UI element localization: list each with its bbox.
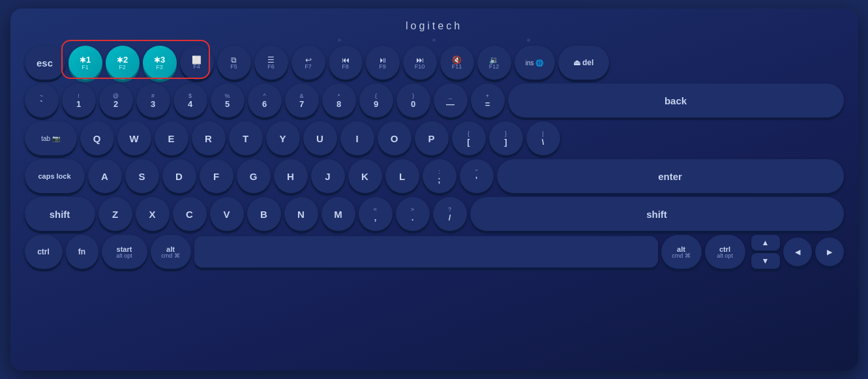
key-v[interactable]: V [210,197,244,231]
key-i[interactable]: I [340,121,374,155]
key-esc[interactable]: esc [25,46,65,80]
key-rbracket[interactable]: } ] [489,121,523,155]
ins-label: ins 🌐 [526,59,544,67]
bt2-fn-label: F2 [119,65,126,70]
key-shift-left[interactable]: shift [25,197,95,231]
key-alt-left[interactable]: alt cmd ⌘ [151,235,191,269]
key-c[interactable]: C [173,197,207,231]
key-quote[interactable]: " ' [460,159,494,193]
key-o[interactable]: O [378,121,412,155]
key-a[interactable]: A [88,159,122,193]
key-start[interactable]: start alt opt [102,235,147,269]
key-tilde[interactable]: ~ ` [25,83,59,117]
key6-top: ^ [263,93,265,99]
p-label: P [428,134,434,144]
key-semicolon[interactable]: : ; [423,159,456,193]
key-g[interactable]: G [237,159,271,193]
key-f5[interactable]: ⧉ F5 [217,46,251,80]
key-s[interactable]: S [125,159,159,193]
key-9[interactable]: ( 9 [359,83,393,117]
key-b[interactable]: B [247,197,281,231]
s-label: S [138,172,145,181]
key8-top: * [338,93,340,99]
key-ins[interactable]: ins 🌐 [515,46,555,80]
key-bt2-f2[interactable]: ✱2 F2 [106,46,140,80]
key-arrow-down[interactable]: ▼ [751,253,780,269]
key-u[interactable]: U [303,121,337,155]
key-lbracket[interactable]: { [ [452,121,486,155]
key-d[interactable]: D [162,159,196,193]
l-label: L [399,172,405,181]
key-y[interactable]: Y [266,121,300,155]
key-z[interactable]: Z [98,197,132,231]
key-f12[interactable]: 🔉 F12 [477,46,511,80]
key-arrow-right[interactable]: ▶ [815,237,844,266]
key-e[interactable]: E [155,121,188,155]
key-ctrl-left[interactable]: ctrl [25,235,63,269]
key-p[interactable]: P [415,121,449,155]
key-bt1-f1[interactable]: ✱1 F1 [68,46,102,80]
key-tab[interactable]: tab 📷 [25,121,77,155]
key-x[interactable]: X [136,197,170,231]
key-f10[interactable]: ⏭ F10 [403,46,437,80]
key-arrow-up[interactable]: ▲ [751,235,780,250]
key-8[interactable]: * 8 [322,83,356,117]
key1-bot: 1 [76,99,81,109]
key-f4[interactable]: ⬜ F4 [180,46,214,80]
key-4[interactable]: $ 4 [173,83,207,117]
key-6[interactable]: ^ 6 [248,83,282,117]
key-m[interactable]: M [322,197,355,231]
key-slash[interactable]: ? / [433,197,467,231]
key-w[interactable]: W [117,121,151,155]
key-0[interactable]: ) 0 [397,83,430,117]
key-enter[interactable]: enter [497,159,844,193]
f4-icon: ⬜ [192,56,202,64]
key-comma[interactable]: < , [359,197,393,231]
key-alt-right[interactable]: alt cmd ⌘ [661,235,702,269]
bt3-fn-label: F3 [156,65,163,70]
key-t[interactable]: T [229,121,263,155]
key-shift-right[interactable]: shift [470,197,844,231]
key-3[interactable]: # 3 [136,83,170,117]
key-ctrl-right[interactable]: ctrl alt opt [705,235,745,269]
start-label: start [117,245,132,253]
k-label: K [361,172,368,181]
key-1[interactable]: ! 1 [62,83,96,117]
key-j[interactable]: J [311,159,345,193]
key-arrow-left[interactable]: ◀ [783,237,812,266]
key-period[interactable]: > . [396,197,430,231]
key-fn[interactable]: fn [66,235,98,269]
quote-bot: ' [475,175,477,185]
semicolon-top: : [438,168,440,175]
key-k[interactable]: K [348,159,382,193]
key-space[interactable] [194,236,658,267]
key-n[interactable]: N [284,197,318,231]
key-f11[interactable]: 🔇 F11 [440,46,474,80]
key-f[interactable]: F [200,159,233,193]
key-equals[interactable]: + = [471,83,505,117]
key5-bot: 5 [225,99,230,109]
key-backslash[interactable]: | \ [526,121,560,155]
key-f7[interactable]: ↩ F7 [292,46,325,80]
key-f6[interactable]: ☰ F6 [254,46,288,80]
key-2[interactable]: @ 2 [99,83,133,117]
key-5[interactable]: % 5 [211,83,245,117]
f6-label: F6 [267,64,275,70]
key-h[interactable]: H [274,159,308,193]
key-minus[interactable]: _ — [434,83,468,117]
key-l[interactable]: L [385,159,419,193]
key-backspace[interactable]: back [508,83,844,117]
key-q[interactable]: Q [80,121,114,155]
key-r[interactable]: R [192,121,226,155]
f11-label: F11 [452,64,462,70]
key-f8[interactable]: ⏮ F8 [329,46,363,80]
key-7[interactable]: & 7 [285,83,319,117]
backslash-top: | [542,130,543,137]
esc-label: esc [37,58,53,68]
lbracket-top: { [468,130,470,137]
key-del[interactable]: ⏏ del [558,46,609,80]
key-bt3-f3[interactable]: ✱3 F3 [143,46,177,80]
x-label: X [149,209,155,219]
key-f9[interactable]: ⏯ F9 [366,46,400,80]
key-capslock[interactable]: caps lock [25,159,85,193]
